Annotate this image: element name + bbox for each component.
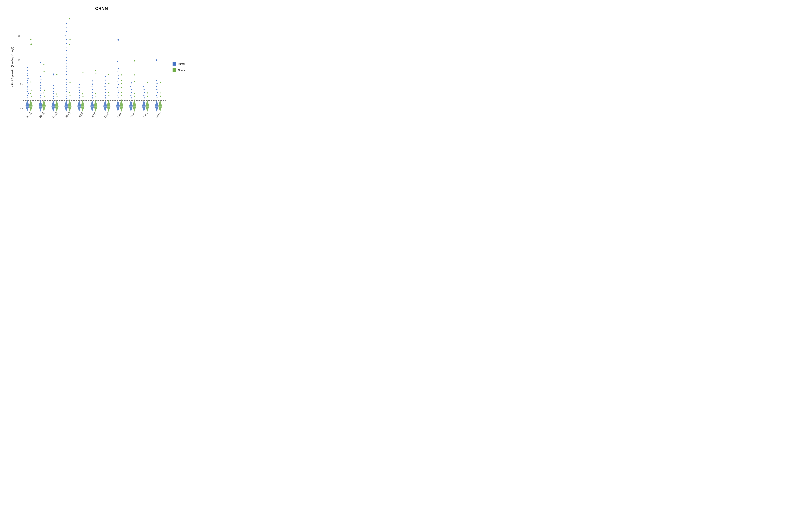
svg-text:LUSC: LUSC bbox=[117, 112, 123, 118]
violin-hnsc-tumor bbox=[64, 100, 68, 112]
svg-point-45 bbox=[44, 71, 45, 72]
svg-point-73 bbox=[66, 74, 67, 75]
svg-point-143 bbox=[118, 75, 118, 76]
svg-point-153 bbox=[121, 80, 122, 81]
svg-point-115 bbox=[95, 96, 96, 97]
svg-text:15: 15 bbox=[18, 35, 20, 37]
svg-point-25 bbox=[30, 93, 31, 94]
svg-point-75 bbox=[66, 68, 67, 69]
chart-title: CRNN bbox=[95, 6, 108, 11]
svg-point-161 bbox=[130, 86, 131, 87]
svg-point-85 bbox=[65, 35, 66, 36]
svg-point-182 bbox=[157, 92, 158, 93]
svg-point-57 bbox=[56, 94, 57, 95]
svg-point-65 bbox=[66, 94, 67, 95]
svg-point-13 bbox=[27, 91, 28, 92]
svg-point-190 bbox=[156, 59, 157, 61]
chart-body: mRNA Expression (RNASeq V2, log2) 0 5 bbox=[8, 13, 195, 121]
svg-point-111 bbox=[92, 89, 93, 90]
svg-point-183 bbox=[156, 89, 157, 90]
svg-point-177 bbox=[147, 82, 148, 83]
svg-point-15 bbox=[27, 87, 28, 88]
legend-box-normal bbox=[172, 68, 176, 72]
violin-ucec-tumor bbox=[155, 100, 158, 112]
svg-point-50 bbox=[53, 96, 54, 97]
svg-point-150 bbox=[121, 92, 122, 93]
svg-point-24 bbox=[31, 96, 32, 97]
svg-point-127 bbox=[105, 79, 106, 80]
svg-text:0: 0 bbox=[19, 107, 21, 110]
svg-point-32 bbox=[40, 97, 41, 98]
svg-point-43 bbox=[43, 93, 44, 94]
svg-point-69 bbox=[66, 84, 67, 85]
svg-text:COAD: COAD bbox=[52, 112, 58, 118]
svg-point-41 bbox=[40, 62, 41, 63]
svg-point-88 bbox=[66, 23, 67, 24]
svg-text:PRAD: PRAD bbox=[130, 112, 136, 118]
svg-point-141 bbox=[117, 81, 118, 82]
svg-point-34 bbox=[40, 93, 42, 94]
svg-point-131 bbox=[108, 83, 109, 84]
svg-point-80 bbox=[66, 54, 67, 54]
svg-point-185 bbox=[156, 83, 157, 84]
svg-point-26 bbox=[31, 90, 32, 91]
svg-point-175 bbox=[147, 96, 148, 97]
svg-point-151 bbox=[121, 83, 122, 84]
violin-lusc-normal bbox=[119, 99, 123, 112]
svg-point-181 bbox=[156, 95, 157, 96]
svg-point-84 bbox=[66, 39, 67, 40]
svg-point-82 bbox=[66, 47, 66, 48]
svg-point-99 bbox=[79, 92, 80, 93]
svg-point-74 bbox=[66, 71, 67, 72]
svg-point-158 bbox=[131, 95, 132, 96]
svg-point-52 bbox=[53, 91, 54, 92]
svg-point-146 bbox=[117, 65, 118, 65]
svg-point-126 bbox=[105, 83, 106, 84]
svg-point-93 bbox=[69, 39, 70, 40]
svg-point-154 bbox=[121, 87, 122, 88]
svg-point-39 bbox=[40, 79, 42, 80]
svg-point-83 bbox=[66, 43, 67, 44]
legend: Tumor Normal bbox=[169, 13, 195, 121]
violin-luad-normal bbox=[107, 100, 110, 112]
svg-point-186 bbox=[156, 80, 157, 81]
svg-point-94 bbox=[69, 18, 70, 19]
violin-blca-tumor bbox=[26, 100, 29, 111]
svg-point-135 bbox=[118, 98, 119, 98]
svg-point-166 bbox=[134, 74, 135, 75]
svg-point-27 bbox=[31, 81, 32, 82]
svg-text:KICH: KICH bbox=[78, 112, 84, 118]
svg-point-188 bbox=[160, 93, 161, 94]
svg-point-35 bbox=[40, 90, 41, 91]
svg-point-14 bbox=[28, 89, 29, 90]
legend-box-tumor bbox=[172, 62, 176, 66]
svg-text:5: 5 bbox=[19, 83, 21, 86]
svg-text:HNSC: HNSC bbox=[65, 112, 71, 118]
svg-point-110 bbox=[92, 92, 93, 93]
svg-point-37 bbox=[40, 85, 41, 86]
svg-point-138 bbox=[118, 90, 118, 91]
svg-text:10: 10 bbox=[18, 59, 20, 61]
plot-and-legend: 0 5 10 15 bbox=[15, 13, 195, 121]
violin-kirc-normal bbox=[94, 100, 97, 112]
violin-prad-normal bbox=[133, 99, 136, 112]
svg-point-117 bbox=[95, 73, 96, 74]
violin-coad-normal bbox=[55, 100, 58, 112]
svg-point-19 bbox=[28, 78, 29, 79]
svg-point-114 bbox=[92, 80, 93, 81]
svg-point-103 bbox=[83, 96, 84, 97]
svg-point-98 bbox=[79, 95, 80, 96]
svg-text:KIRC: KIRC bbox=[91, 112, 97, 118]
svg-point-184 bbox=[156, 86, 157, 87]
chart-container: CRNN mRNA Expression (RNASeq V2, log2) 0… bbox=[8, 6, 195, 121]
svg-point-112 bbox=[92, 87, 93, 88]
svg-point-173 bbox=[144, 89, 145, 90]
svg-point-79 bbox=[66, 57, 67, 58]
violin-brca-normal bbox=[42, 100, 46, 112]
svg-point-116 bbox=[95, 93, 96, 94]
svg-point-187 bbox=[160, 96, 161, 97]
violin-coad-tumor bbox=[51, 100, 55, 112]
legend-label-tumor: Tumor bbox=[178, 62, 185, 65]
svg-point-128 bbox=[105, 76, 106, 77]
svg-point-42 bbox=[44, 96, 45, 97]
